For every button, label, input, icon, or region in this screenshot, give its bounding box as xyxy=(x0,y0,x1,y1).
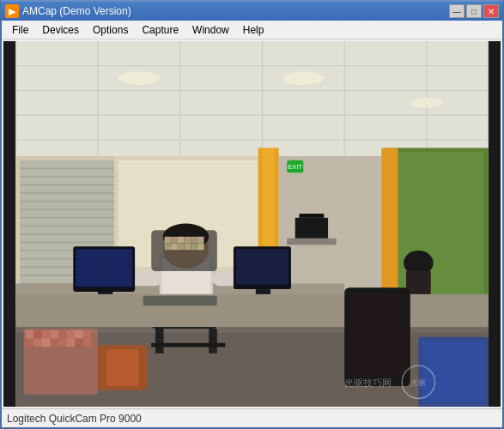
svg-rect-67 xyxy=(236,249,288,284)
svg-rect-75 xyxy=(185,237,191,244)
svg-rect-81 xyxy=(185,243,191,250)
menu-help[interactable]: Help xyxy=(236,21,271,39)
svg-rect-43 xyxy=(287,239,336,245)
svg-rect-95 xyxy=(26,339,34,347)
title-bar-left: ▶ AMCap (Demo Version) xyxy=(5,4,131,18)
close-button[interactable]: ✕ xyxy=(483,4,499,18)
svg-rect-98 xyxy=(50,339,58,347)
svg-rect-70 xyxy=(143,296,217,305)
svg-rect-99 xyxy=(58,339,67,347)
svg-rect-87 xyxy=(26,330,34,339)
svg-rect-55 xyxy=(131,271,161,286)
camera-name: Logitech QuickCam Pro 9000 xyxy=(7,413,142,425)
svg-rect-92 xyxy=(67,330,76,339)
svg-rect-77 xyxy=(197,237,204,244)
window-title: AMCap (Demo Version) xyxy=(22,5,131,17)
title-bar: ▶ AMCap (Demo Version) — □ ✕ xyxy=(2,2,502,21)
svg-rect-91 xyxy=(58,330,67,339)
app-icon: ▶ xyxy=(5,4,19,18)
menu-devices[interactable]: Devices xyxy=(35,21,86,39)
svg-rect-74 xyxy=(178,237,185,244)
svg-rect-44 xyxy=(295,218,328,239)
svg-rect-83 xyxy=(197,243,204,250)
svg-point-12 xyxy=(282,71,324,84)
svg-rect-90 xyxy=(50,330,58,339)
menu-capture[interactable]: Capture xyxy=(135,21,185,39)
svg-rect-80 xyxy=(178,243,185,250)
svg-rect-100 xyxy=(67,339,76,347)
svg-rect-73 xyxy=(171,237,178,244)
svg-rect-72 xyxy=(165,237,172,244)
minimize-button[interactable]: — xyxy=(449,4,465,18)
svg-rect-59 xyxy=(155,329,164,353)
svg-point-11 xyxy=(118,71,160,84)
window-controls: — □ ✕ xyxy=(449,4,499,18)
maximize-button[interactable]: □ xyxy=(466,4,482,18)
svg-rect-82 xyxy=(191,243,197,250)
menu-options[interactable]: Options xyxy=(86,21,135,39)
svg-rect-97 xyxy=(42,339,51,347)
svg-rect-60 xyxy=(209,329,217,353)
svg-rect-76 xyxy=(191,237,197,244)
svg-point-13 xyxy=(410,98,443,107)
menu-file[interactable]: File xyxy=(5,21,35,39)
svg-rect-101 xyxy=(75,339,83,347)
svg-rect-102 xyxy=(83,339,92,347)
svg-rect-85 xyxy=(106,349,139,386)
svg-rect-96 xyxy=(33,339,42,347)
svg-rect-63 xyxy=(76,249,132,287)
video-preview: EXIT xyxy=(3,41,501,407)
svg-rect-69 xyxy=(15,294,488,327)
menu-window[interactable]: Window xyxy=(185,21,236,39)
svg-rect-89 xyxy=(42,330,51,339)
svg-rect-78 xyxy=(165,243,172,250)
svg-rect-45 xyxy=(300,214,325,218)
status-bar: Logitech QuickCam Pro 9000 xyxy=(2,408,502,427)
svg-rect-104 xyxy=(349,294,406,377)
svg-rect-57 xyxy=(151,230,217,271)
svg-text:光驱: 光驱 xyxy=(410,378,426,387)
camera-scene: EXIT xyxy=(3,41,501,407)
svg-rect-93 xyxy=(75,330,83,339)
svg-rect-94 xyxy=(83,330,92,339)
menu-bar: File Devices Options Capture Window Help xyxy=(2,21,502,39)
svg-rect-88 xyxy=(33,330,42,339)
svg-text:EXIT: EXIT xyxy=(288,163,302,171)
svg-text:光驱技巧网: 光驱技巧网 xyxy=(344,378,392,388)
main-window: ▶ AMCap (Demo Version) — □ ✕ File Device… xyxy=(0,0,504,429)
svg-rect-79 xyxy=(171,243,178,250)
